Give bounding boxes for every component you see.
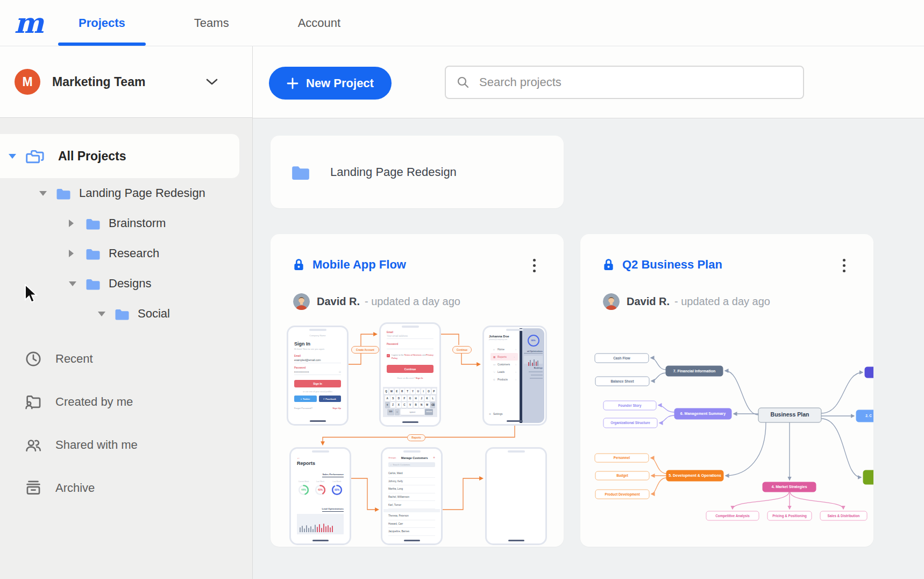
- svg-text:6. Management Summary: 6. Management Summary: [680, 412, 726, 416]
- company-name: Company Name: [294, 334, 341, 337]
- menu-item-customers: ▭Customers›: [489, 361, 520, 368]
- connector-label: Continue: [452, 346, 472, 354]
- menu-item-products: ◇Products›: [489, 376, 520, 383]
- author-avatar: [603, 293, 620, 310]
- team-switcher[interactable]: M Marketing Team: [0, 46, 252, 118]
- phone-customers: Groups Manage Customers + ⌕ Search Custo…: [381, 447, 443, 545]
- lock-icon: [293, 258, 304, 271]
- board-card-q2-business-plan[interactable]: Q2 Business Plan David R. - updated a da…: [580, 234, 873, 547]
- search-box: [445, 66, 804, 99]
- archive-icon: [24, 479, 42, 497]
- folder-card-label: Landing Page Redesign: [330, 165, 457, 179]
- phone-signin: Company Name Sign In Hi there! Nice to s…: [287, 326, 349, 426]
- mindmap-node: Competitive Analysis: [706, 511, 759, 520]
- sidebar-tree-item-landing-page-redesign[interactable]: Landing Page Redesign: [0, 178, 252, 208]
- svg-text:Budget: Budget: [616, 474, 629, 478]
- menu-item-settings: ⚙Settings: [489, 410, 520, 418]
- svg-text:2. C: 2. C: [865, 414, 872, 418]
- mindmap-node: 4. Market Strategies: [763, 482, 816, 492]
- svg-text:Organizational Structure: Organizational Structure: [610, 421, 650, 425]
- caret-right-icon[interactable]: [69, 220, 85, 227]
- tab-account[interactable]: Account: [276, 0, 363, 46]
- board-preview-mindmap[interactable]: Business Plan7. Financial InformationCas…: [580, 344, 873, 547]
- board-title-link[interactable]: Mobile App Flow: [312, 258, 406, 272]
- updated-text: - updated a day ago: [365, 295, 460, 308]
- miro-logo[interactable]: m: [14, 0, 44, 46]
- folder-icon: [290, 164, 311, 181]
- mindmap-node: 2. C: [856, 410, 873, 422]
- phone-create-account: Email Your email address Password ✓ I ag…: [379, 322, 441, 427]
- kebab-menu-icon[interactable]: [841, 257, 848, 274]
- mindmap-node: 7. Financial Information: [666, 366, 723, 376]
- mindmap-node: Sales & Distribution: [820, 511, 867, 520]
- sidebar-tree-item-brainstorm[interactable]: Brainstorm: [0, 208, 252, 238]
- mindmap-node: Organizational Structure: [603, 418, 657, 428]
- plus-icon: [287, 77, 298, 89]
- sidebar-tree-item-research[interactable]: Research: [0, 238, 252, 269]
- folder-icon: [114, 307, 130, 321]
- search-input[interactable]: [478, 75, 803, 90]
- users-icon: [24, 436, 42, 454]
- sidebar-item-created-by-me[interactable]: Created by me: [0, 380, 252, 423]
- lock-icon: [603, 258, 614, 271]
- phone-empty: [485, 447, 547, 545]
- mindmap-node: 5. Development & Operations: [666, 470, 723, 481]
- sidebar-tree-item-designs[interactable]: Designs: [0, 269, 252, 299]
- tree-item-label: All Projects: [58, 149, 126, 164]
- caret-down-icon[interactable]: [69, 281, 85, 286]
- mindmap-node: 6. Management Summary: [674, 408, 731, 419]
- facebook-button: f Facebook: [319, 396, 342, 402]
- svg-text:90%: 90%: [335, 489, 339, 491]
- sidebar: M Marketing Team All ProjectsLanding Pag…: [0, 46, 253, 579]
- tab-projects[interactable]: Projects: [57, 0, 147, 46]
- caret-down-icon[interactable]: [9, 154, 25, 159]
- tree-item-label: Research: [109, 246, 159, 260]
- mindmap-node: Product Development: [595, 490, 649, 499]
- caret-right-icon[interactable]: [69, 250, 85, 257]
- main-header: New Project: [253, 46, 924, 118]
- sidebar-tree-item-all-projects[interactable]: All Projects: [0, 134, 239, 178]
- menu-item-home: ⌂Home›: [489, 345, 520, 353]
- sidebar-item-recent[interactable]: Recent: [0, 337, 252, 380]
- clock-icon: [24, 350, 42, 368]
- keyboard: QWERTYUIOPASDFGHJKL⇧ZXCVBNM⌫123☺spaceret…: [383, 387, 437, 417]
- kebab-menu-icon[interactable]: [531, 257, 538, 274]
- tree-item-label: Social: [138, 307, 170, 321]
- svg-text:Cash Flow: Cash Flow: [613, 356, 630, 360]
- customer-row: Rachel, Williamson: [388, 493, 435, 502]
- mindmap-node: Cash Flow: [595, 354, 649, 363]
- author-name: David R.: [627, 295, 670, 308]
- sidebar-item-shared-with-me[interactable]: Shared with me: [0, 423, 252, 467]
- board-preview-mobile-app-flow[interactable]: Company Name Sign In Hi there! Nice to s…: [271, 321, 564, 547]
- customer-row: Johnny, Kelly: [388, 478, 435, 486]
- author-avatar: [293, 293, 310, 310]
- caret-down-icon[interactable]: [98, 312, 114, 316]
- tab-teams[interactable]: Teams: [173, 0, 251, 46]
- sidebar-item-label: Archive: [55, 481, 95, 495]
- agree-checkbox: ✓: [387, 354, 390, 357]
- folder-user-icon: [24, 393, 42, 411]
- svg-text:5. Development & Operations: 5. Development & Operations: [669, 474, 721, 478]
- sidebar-tree-item-social[interactable]: Social: [0, 299, 252, 329]
- folder-card-landing-page-redesign[interactable]: Landing Page Redesign: [271, 136, 564, 208]
- content-area: Landing Page Redesign Mobile App Flow Da…: [253, 118, 924, 579]
- mindmap-node: Founder Story: [603, 401, 656, 410]
- svg-text:Balance Sheet: Balance Sheet: [610, 379, 634, 383]
- mindmap-node: [865, 367, 873, 378]
- customer-row: Karl, Turner: [388, 501, 435, 509]
- mindmap-node: Budget: [595, 471, 649, 480]
- sidebar-item-archive[interactable]: Archive: [0, 467, 252, 510]
- folder-icon: [85, 217, 101, 230]
- twitter-button: t Twitter: [294, 396, 317, 402]
- chevron-down-icon[interactable]: [205, 77, 219, 87]
- board-card-mobile-app-flow[interactable]: Mobile App Flow David R. - updated a day…: [271, 234, 564, 547]
- top-nav: m Projects Teams Account: [0, 0, 924, 46]
- team-name: Marketing Team: [52, 75, 145, 89]
- tree-item-label: Designs: [109, 277, 151, 291]
- sidebar-utils: RecentCreated by meShared with meArchive: [0, 337, 252, 510]
- caret-down-icon[interactable]: [39, 191, 55, 196]
- mindmap-node: Business Plan: [758, 408, 821, 422]
- new-project-button[interactable]: New Project: [269, 67, 392, 100]
- board-title-link[interactable]: Q2 Business Plan: [622, 258, 722, 272]
- signin-button: Sign In: [294, 380, 341, 387]
